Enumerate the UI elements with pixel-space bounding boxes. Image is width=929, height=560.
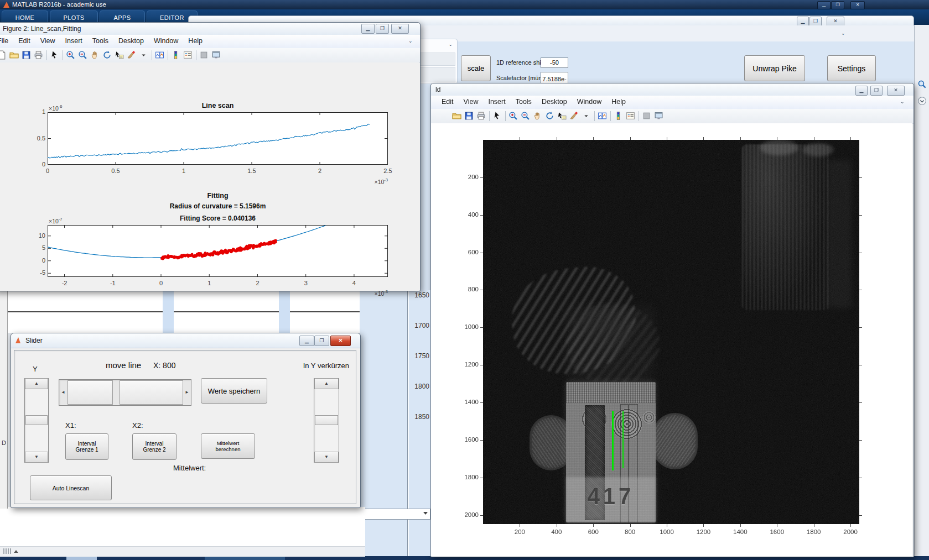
image-close-button[interactable]: ✕ [887, 86, 905, 96]
menu-edit[interactable]: Edit [437, 96, 459, 106]
rotate-icon[interactable] [544, 111, 556, 122]
monitor-icon[interactable] [653, 111, 665, 122]
cursor-icon[interactable] [49, 50, 60, 61]
image-minimize-button[interactable]: ▁ [855, 86, 868, 96]
rotate-icon[interactable] [102, 50, 113, 61]
y-slider[interactable]: ▲ ▼ [24, 378, 49, 463]
werte-speichern-button[interactable]: Werte speichern [201, 378, 267, 404]
folder-icon[interactable] [9, 50, 20, 61]
interval-grenze2-button[interactable]: Interval Grenze 2 [132, 433, 177, 460]
datatip-icon[interactable] [557, 111, 568, 122]
taskbar-item[interactable] [66, 556, 97, 560]
menu-window[interactable]: Window [149, 35, 183, 45]
zoom-out-icon[interactable] [77, 50, 89, 61]
slider-down-arrow[interactable]: ▼ [25, 452, 48, 463]
menu-view[interactable]: View [459, 96, 484, 106]
slider-left-arrow[interactable]: ◄ [59, 380, 67, 405]
grip[interactable] [6, 548, 7, 554]
slider-track-block[interactable] [120, 380, 183, 405]
slider-thumb[interactable] [25, 415, 48, 425]
search-icon[interactable] [917, 80, 927, 91]
zoom-in-icon[interactable] [508, 111, 519, 122]
print-icon[interactable] [476, 111, 487, 122]
slider-right-arrow[interactable]: ► [183, 380, 191, 405]
move-line-slider[interactable]: ◄ ► [59, 379, 191, 406]
gray-square-icon[interactable] [641, 111, 652, 122]
slider-close-button[interactable]: ✕ [330, 336, 351, 346]
taskbar-item[interactable] [205, 557, 285, 560]
panel-chevron-icon[interactable]: ⌄ [448, 41, 453, 47]
menu-help[interactable]: Help [606, 96, 631, 106]
brush-icon[interactable] [569, 111, 580, 122]
brush-icon[interactable] [126, 50, 137, 61]
chevron-down-circle-icon[interactable] [917, 96, 927, 108]
menu-file[interactable]: File [0, 35, 13, 45]
monitor-icon[interactable] [211, 50, 222, 61]
phase-image[interactable]: 417 [483, 140, 859, 524]
print-icon[interactable] [33, 50, 44, 61]
interval-grenze1-button[interactable]: Interval Grenze 1 [65, 433, 108, 460]
shorten-slider[interactable]: ▲ ▼ [314, 378, 339, 463]
auto-linescan-button[interactable]: Auto Linescan [30, 475, 112, 500]
hidden-dropdown[interactable] [361, 509, 430, 520]
menu-tools[interactable]: Tools [511, 96, 537, 106]
zoom-out-icon[interactable] [520, 111, 531, 122]
link-icon[interactable] [597, 111, 608, 122]
menu-view[interactable]: View [35, 35, 60, 45]
caret-down-icon[interactable] [138, 50, 149, 61]
legend-icon[interactable] [183, 50, 194, 61]
menu-desktop[interactable]: Desktop [113, 35, 149, 45]
zoom-in-icon[interactable] [65, 50, 76, 61]
grip[interactable] [8, 548, 9, 554]
grip[interactable] [10, 548, 11, 554]
colorbar-icon[interactable] [170, 50, 181, 61]
gray-square-icon[interactable] [199, 50, 210, 61]
menu-insert[interactable]: Insert [60, 35, 87, 45]
unwrap-pike-button[interactable]: Unwrap Pike [744, 55, 805, 81]
menu-edit[interactable]: Edit [13, 35, 35, 45]
menu-help[interactable]: Help [183, 35, 207, 45]
slider-up-arrow[interactable]: ▲ [25, 378, 48, 389]
figure2-minimize-button[interactable]: ▁ [361, 24, 375, 34]
slider-up-arrow[interactable]: ▲ [314, 378, 339, 389]
menu-chevron-icon[interactable]: ⌄ [408, 38, 413, 44]
restore-button[interactable]: ❐ [831, 1, 844, 9]
menu-tools[interactable]: Tools [87, 35, 113, 45]
cursor-icon[interactable] [492, 111, 503, 122]
collapse-ribbon-icon[interactable]: ⌄ [841, 30, 845, 36]
slider-down-arrow[interactable]: ▼ [314, 452, 339, 463]
grip[interactable] [3, 548, 4, 554]
grip-arrow-icon[interactable] [14, 550, 18, 553]
link-icon[interactable] [154, 50, 165, 61]
slider-thumb[interactable] [315, 415, 338, 425]
caret-down-icon[interactable] [581, 111, 592, 122]
measurement-line-2[interactable] [622, 411, 624, 468]
slider-minimize-button[interactable]: ▁ [299, 336, 314, 346]
menu-insert[interactable]: Insert [483, 96, 510, 106]
save-icon[interactable] [21, 50, 32, 61]
slider-track-block[interactable] [68, 380, 113, 405]
scale-button[interactable]: scale [461, 55, 491, 81]
minimize-button[interactable]: ▁ [817, 1, 831, 9]
image-restore-button[interactable]: ❐ [870, 86, 883, 96]
measurement-line-1[interactable] [612, 411, 614, 470]
datatip-icon[interactable] [114, 50, 125, 61]
legend-icon[interactable] [625, 111, 636, 122]
new-doc-icon[interactable] [0, 50, 8, 61]
menu-desktop[interactable]: Desktop [537, 96, 572, 106]
mittelwert-berechnen-button[interactable]: Mittelwert berechnen [201, 433, 255, 459]
figure2-restore-button[interactable]: ❐ [376, 24, 389, 34]
colorbar-icon[interactable] [613, 111, 624, 122]
folder-icon[interactable] [451, 111, 463, 122]
ref-shift-field[interactable]: -50 [541, 57, 568, 68]
close-button[interactable]: ✕ [850, 1, 865, 9]
save-icon[interactable] [464, 111, 475, 122]
docked-panel-edge[interactable]: D [0, 291, 8, 509]
menu-chevron-icon[interactable]: ⌄ [900, 99, 905, 104]
slider-restore-button[interactable]: ❐ [314, 336, 329, 346]
settings-button[interactable]: Settings [827, 55, 876, 81]
menu-window[interactable]: Window [572, 96, 606, 106]
figure2-close-button[interactable]: ✕ [391, 24, 409, 34]
pan-icon[interactable] [90, 50, 101, 61]
pan-icon[interactable] [532, 111, 543, 122]
